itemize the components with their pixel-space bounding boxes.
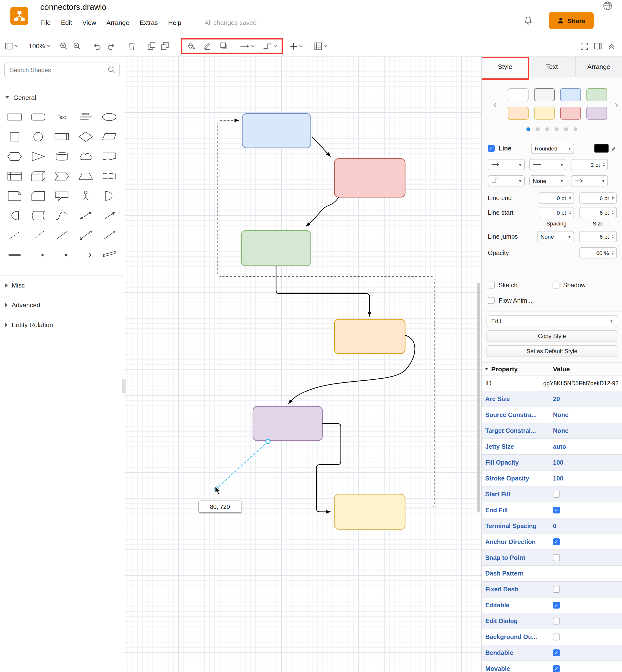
style-preset-yellow[interactable] (534, 107, 555, 120)
style-preset-purple[interactable] (586, 107, 607, 120)
property-row-target-constrai[interactable]: Target Constrai...None (482, 423, 622, 439)
share-button[interactable]: Share (549, 12, 594, 29)
node-purple[interactable] (253, 406, 322, 440)
shadow-checkbox[interactable] (552, 282, 559, 288)
shape-parallelogram-icon[interactable] (98, 127, 121, 147)
property-checkbox[interactable] (553, 538, 560, 545)
property-checkbox[interactable] (553, 491, 560, 498)
shape-rectangle-icon[interactable] (3, 107, 26, 127)
shape-bidirectional-connector-icon[interactable] (74, 225, 98, 245)
shape-note-icon[interactable] (3, 186, 26, 206)
language-globe-icon[interactable] (603, 1, 613, 12)
property-row-snap-to-point[interactable]: Snap to Point (482, 550, 622, 566)
shape-horizontal-arrow-icon[interactable] (26, 245, 50, 265)
shape-directional-connector-icon[interactable] (98, 225, 121, 245)
shape-cloud-icon[interactable] (74, 147, 98, 166)
shape-dashed-line-icon[interactable] (3, 225, 26, 245)
menu-view[interactable]: View (82, 19, 96, 26)
zoom-select[interactable]: 100% (29, 42, 50, 50)
sketch-option[interactable]: Sketch (488, 282, 552, 288)
end-arrow-select[interactable]: ▾ (571, 175, 608, 187)
shape-dashed-arrow-icon[interactable] (50, 245, 74, 265)
property-checkbox[interactable] (553, 617, 560, 624)
property-row-dash-pattern[interactable]: Dash Pattern (482, 566, 622, 581)
menu-file[interactable]: File (40, 19, 50, 26)
edge-source-point[interactable] (266, 439, 270, 444)
shape-trapezoid-icon[interactable] (74, 166, 98, 186)
property-checkbox[interactable] (553, 507, 560, 514)
shape-rounded-rectangle-icon[interactable] (26, 107, 50, 127)
shape-diamond-icon[interactable] (74, 127, 98, 147)
line-color-swatch[interactable] (594, 144, 609, 153)
flow-animation-option[interactable]: Flow Anim... (488, 297, 554, 304)
shape-actor-icon[interactable] (74, 186, 98, 206)
style-preset-gray[interactable] (534, 88, 555, 101)
shape-curve-icon[interactable] (50, 206, 74, 225)
property-row-terminal-spacing[interactable]: Terminal Spacing0 (482, 518, 622, 534)
property-checkbox[interactable] (553, 649, 560, 656)
property-row-stroke-opacity[interactable]: Stroke Opacity100 (482, 471, 622, 487)
opacity-stepper[interactable]: 60 % ▲▼ (579, 247, 617, 258)
property-row-fixed-dash[interactable]: Fixed Dash (482, 581, 622, 598)
shape-internal-storage-icon[interactable] (3, 166, 26, 186)
shadow-button[interactable] (220, 42, 228, 50)
shape-hexagon-icon[interactable] (3, 147, 26, 166)
property-row-editable[interactable]: Editable (482, 598, 622, 613)
to-back-button[interactable] (161, 42, 169, 50)
shape-arrow-icon[interactable] (98, 206, 121, 225)
format-panel-toggle-button[interactable] (594, 42, 602, 50)
style-preset-green[interactable] (586, 88, 607, 101)
shape-triangle-icon[interactable] (26, 147, 50, 166)
property-checkbox[interactable] (553, 554, 560, 561)
sketch-checkbox[interactable] (488, 282, 495, 288)
stepper-arrows-icon[interactable]: ▲▼ (612, 250, 614, 255)
shape-or-icon[interactable] (98, 186, 121, 206)
zoom-in-button[interactable] (60, 42, 68, 50)
redo-button[interactable] (107, 42, 115, 50)
shape-thin-arrow-icon[interactable] (74, 245, 98, 265)
shape-cylinder-icon[interactable] (50, 147, 74, 166)
waypoints-select[interactable]: ▾ (488, 175, 525, 187)
line-start-size-stepper[interactable]: 6 pt ▲▼ (579, 207, 617, 218)
preset-page-dot-2[interactable] (545, 127, 549, 131)
insert-button[interactable] (290, 42, 303, 50)
edit-style-button[interactable]: Edit ▾ (487, 315, 617, 327)
shadow-option[interactable]: Shadow (552, 282, 617, 288)
node-yellow[interactable] (335, 494, 405, 529)
property-row-jetty-size[interactable]: Jetty Sizeauto (482, 439, 622, 455)
style-preset-plain[interactable] (508, 88, 528, 101)
shape-card-icon[interactable] (26, 186, 50, 206)
shape-bold-line-icon[interactable] (3, 245, 26, 265)
preset-page-dot-3[interactable] (555, 127, 559, 131)
sidebar-section-general[interactable]: General (0, 87, 124, 107)
menu-extras[interactable]: Extras (139, 19, 158, 26)
view-panels-button[interactable] (5, 42, 18, 50)
shape-link-icon[interactable] (98, 245, 121, 265)
edge-green-to-orange[interactable] (276, 266, 370, 316)
shape-step-icon[interactable] (50, 166, 74, 186)
style-preset-red[interactable] (560, 107, 581, 120)
line-pattern-select[interactable]: ▾ (529, 159, 566, 170)
shape-data-storage-icon[interactable] (26, 206, 50, 225)
property-row-arc-size[interactable]: Arc Size20 (482, 391, 622, 407)
fit-page-button[interactable] (581, 42, 588, 50)
waypoints-button[interactable] (263, 43, 277, 49)
edge-in-progress[interactable] (216, 441, 268, 489)
table-button[interactable] (314, 42, 327, 50)
to-front-button[interactable] (147, 42, 156, 50)
next-presets-button[interactable]: › (615, 99, 618, 110)
line-end-spacing-stepper[interactable]: 0 pt ▲▼ (539, 192, 574, 204)
line-start-spacing-stepper[interactable]: 0 pt ▲▼ (539, 207, 574, 218)
shape-heading-icon[interactable]: Heading (74, 107, 98, 127)
property-checkbox[interactable] (553, 602, 560, 609)
tab-style[interactable]: Style (482, 57, 528, 77)
property-row-bendable[interactable]: Bendable (482, 645, 622, 661)
property-row-end-fill[interactable]: End Fill (482, 502, 622, 518)
undo-button[interactable] (93, 42, 102, 50)
line-width-stepper[interactable]: 2 pt ▲▼ (571, 159, 608, 170)
shape-cube-icon[interactable] (26, 166, 50, 186)
shape-dotted-line-icon[interactable] (26, 225, 50, 245)
menu-help[interactable]: Help (168, 19, 181, 26)
notifications-bell-icon[interactable] (524, 16, 532, 27)
property-row-edit-dialog[interactable]: Edit Dialog (482, 613, 622, 629)
